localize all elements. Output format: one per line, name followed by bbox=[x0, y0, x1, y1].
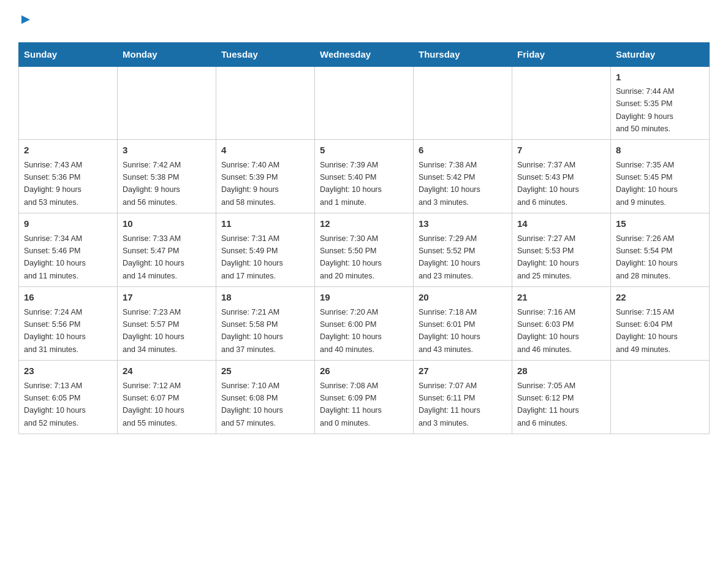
calendar-cell: 28Sunrise: 7:05 AM Sunset: 6:12 PM Dayli… bbox=[512, 361, 611, 434]
calendar-cell: 24Sunrise: 7:12 AM Sunset: 6:07 PM Dayli… bbox=[118, 361, 216, 434]
day-info: Sunrise: 7:23 AM Sunset: 5:57 PM Dayligh… bbox=[123, 308, 184, 354]
calendar-cell: 16Sunrise: 7:24 AM Sunset: 5:56 PM Dayli… bbox=[19, 287, 118, 361]
day-number: 20 bbox=[419, 291, 507, 305]
day-number: 6 bbox=[419, 144, 507, 158]
calendar-cell: 23Sunrise: 7:13 AM Sunset: 6:05 PM Dayli… bbox=[19, 361, 118, 434]
logo-arrow-icon bbox=[20, 11, 31, 29]
calendar-cell: 6Sunrise: 7:38 AM Sunset: 5:42 PM Daylig… bbox=[414, 140, 512, 213]
day-number: 24 bbox=[123, 364, 211, 378]
day-number: 25 bbox=[221, 364, 309, 378]
calendar-cell bbox=[512, 66, 611, 140]
calendar-table: SundayMondayTuesdayWednesdayThursdayFrid… bbox=[18, 42, 710, 435]
day-info: Sunrise: 7:37 AM Sunset: 5:43 PM Dayligh… bbox=[517, 161, 579, 207]
day-number: 28 bbox=[517, 364, 605, 378]
day-number: 12 bbox=[320, 217, 408, 231]
day-number: 4 bbox=[221, 144, 309, 158]
calendar-cell: 20Sunrise: 7:18 AM Sunset: 6:01 PM Dayli… bbox=[414, 287, 512, 361]
calendar-week-row: 1Sunrise: 7:44 AM Sunset: 5:35 PM Daylig… bbox=[19, 66, 710, 140]
calendar-week-row: 2Sunrise: 7:43 AM Sunset: 5:36 PM Daylig… bbox=[19, 140, 710, 213]
column-header-wednesday: Wednesday bbox=[315, 42, 414, 66]
calendar-cell: 13Sunrise: 7:29 AM Sunset: 5:52 PM Dayli… bbox=[414, 213, 512, 287]
calendar-cell: 12Sunrise: 7:30 AM Sunset: 5:50 PM Dayli… bbox=[315, 213, 414, 287]
calendar-cell: 9Sunrise: 7:34 AM Sunset: 5:46 PM Daylig… bbox=[19, 213, 118, 287]
day-info: Sunrise: 7:18 AM Sunset: 6:01 PM Dayligh… bbox=[419, 308, 480, 354]
calendar-cell: 7Sunrise: 7:37 AM Sunset: 5:43 PM Daylig… bbox=[512, 140, 611, 213]
calendar-cell: 2Sunrise: 7:43 AM Sunset: 5:36 PM Daylig… bbox=[19, 140, 118, 213]
day-number: 1 bbox=[616, 71, 704, 85]
day-number: 5 bbox=[320, 144, 408, 158]
calendar-cell bbox=[19, 66, 118, 140]
day-info: Sunrise: 7:24 AM Sunset: 5:56 PM Dayligh… bbox=[24, 308, 86, 354]
day-number: 21 bbox=[517, 291, 605, 305]
day-info: Sunrise: 7:33 AM Sunset: 5:47 PM Dayligh… bbox=[123, 234, 184, 280]
day-info: Sunrise: 7:31 AM Sunset: 5:49 PM Dayligh… bbox=[221, 234, 283, 280]
calendar-cell bbox=[315, 66, 414, 140]
day-number: 23 bbox=[24, 364, 112, 378]
day-info: Sunrise: 7:43 AM Sunset: 5:36 PM Dayligh… bbox=[24, 161, 82, 207]
day-info: Sunrise: 7:21 AM Sunset: 5:58 PM Dayligh… bbox=[221, 308, 283, 354]
day-info: Sunrise: 7:20 AM Sunset: 6:00 PM Dayligh… bbox=[320, 308, 382, 354]
calendar-cell bbox=[118, 66, 216, 140]
day-number: 19 bbox=[320, 291, 408, 305]
column-header-sunday: Sunday bbox=[19, 42, 118, 66]
calendar-cell: 19Sunrise: 7:20 AM Sunset: 6:00 PM Dayli… bbox=[315, 287, 414, 361]
column-header-saturday: Saturday bbox=[611, 42, 710, 66]
calendar-cell: 3Sunrise: 7:42 AM Sunset: 5:38 PM Daylig… bbox=[118, 140, 216, 213]
calendar-week-row: 23Sunrise: 7:13 AM Sunset: 6:05 PM Dayli… bbox=[19, 361, 710, 434]
calendar-week-row: 16Sunrise: 7:24 AM Sunset: 5:56 PM Dayli… bbox=[19, 287, 710, 361]
day-info: Sunrise: 7:42 AM Sunset: 5:38 PM Dayligh… bbox=[123, 161, 181, 207]
day-info: Sunrise: 7:30 AM Sunset: 5:50 PM Dayligh… bbox=[320, 234, 382, 280]
day-number: 14 bbox=[517, 217, 605, 231]
day-info: Sunrise: 7:05 AM Sunset: 6:12 PM Dayligh… bbox=[517, 381, 579, 427]
day-number: 22 bbox=[616, 291, 704, 305]
day-number: 16 bbox=[24, 291, 112, 305]
calendar-cell: 15Sunrise: 7:26 AM Sunset: 5:54 PM Dayli… bbox=[611, 213, 710, 287]
day-info: Sunrise: 7:10 AM Sunset: 6:08 PM Dayligh… bbox=[221, 381, 283, 427]
day-number: 8 bbox=[616, 144, 704, 158]
day-info: Sunrise: 7:16 AM Sunset: 6:03 PM Dayligh… bbox=[517, 308, 579, 354]
day-number: 15 bbox=[616, 217, 704, 231]
day-number: 9 bbox=[24, 217, 112, 231]
logo bbox=[18, 12, 31, 30]
calendar-cell: 8Sunrise: 7:35 AM Sunset: 5:45 PM Daylig… bbox=[611, 140, 710, 213]
calendar-week-row: 9Sunrise: 7:34 AM Sunset: 5:46 PM Daylig… bbox=[19, 213, 710, 287]
day-info: Sunrise: 7:08 AM Sunset: 6:09 PM Dayligh… bbox=[320, 381, 382, 427]
day-number: 26 bbox=[320, 364, 408, 378]
day-number: 13 bbox=[419, 217, 507, 231]
day-info: Sunrise: 7:27 AM Sunset: 5:53 PM Dayligh… bbox=[517, 234, 579, 280]
svg-marker-0 bbox=[21, 15, 30, 24]
calendar-header-row: SundayMondayTuesdayWednesdayThursdayFrid… bbox=[19, 42, 710, 66]
page-header bbox=[18, 12, 710, 30]
day-info: Sunrise: 7:35 AM Sunset: 5:45 PM Dayligh… bbox=[616, 161, 678, 207]
column-header-thursday: Thursday bbox=[414, 42, 512, 66]
calendar-cell bbox=[611, 361, 710, 434]
calendar-cell: 5Sunrise: 7:39 AM Sunset: 5:40 PM Daylig… bbox=[315, 140, 414, 213]
day-number: 2 bbox=[24, 144, 112, 158]
day-info: Sunrise: 7:34 AM Sunset: 5:46 PM Dayligh… bbox=[24, 234, 86, 280]
calendar-cell: 17Sunrise: 7:23 AM Sunset: 5:57 PM Dayli… bbox=[118, 287, 216, 361]
logo-general bbox=[18, 12, 31, 30]
calendar-cell: 10Sunrise: 7:33 AM Sunset: 5:47 PM Dayli… bbox=[118, 213, 216, 287]
day-info: Sunrise: 7:12 AM Sunset: 6:07 PM Dayligh… bbox=[123, 381, 184, 427]
day-number: 3 bbox=[123, 144, 211, 158]
day-info: Sunrise: 7:44 AM Sunset: 5:35 PM Dayligh… bbox=[616, 87, 674, 133]
calendar-cell: 25Sunrise: 7:10 AM Sunset: 6:08 PM Dayli… bbox=[216, 361, 315, 434]
calendar-cell: 26Sunrise: 7:08 AM Sunset: 6:09 PM Dayli… bbox=[315, 361, 414, 434]
column-header-tuesday: Tuesday bbox=[216, 42, 315, 66]
calendar-cell bbox=[216, 66, 315, 140]
day-number: 17 bbox=[123, 291, 211, 305]
calendar-cell: 11Sunrise: 7:31 AM Sunset: 5:49 PM Dayli… bbox=[216, 213, 315, 287]
day-info: Sunrise: 7:29 AM Sunset: 5:52 PM Dayligh… bbox=[419, 234, 480, 280]
day-info: Sunrise: 7:15 AM Sunset: 6:04 PM Dayligh… bbox=[616, 308, 678, 354]
day-info: Sunrise: 7:38 AM Sunset: 5:42 PM Dayligh… bbox=[419, 161, 480, 207]
calendar-cell: 18Sunrise: 7:21 AM Sunset: 5:58 PM Dayli… bbox=[216, 287, 315, 361]
day-number: 11 bbox=[221, 217, 309, 231]
day-number: 7 bbox=[517, 144, 605, 158]
calendar-cell: 27Sunrise: 7:07 AM Sunset: 6:11 PM Dayli… bbox=[414, 361, 512, 434]
day-info: Sunrise: 7:07 AM Sunset: 6:11 PM Dayligh… bbox=[419, 381, 480, 427]
day-info: Sunrise: 7:39 AM Sunset: 5:40 PM Dayligh… bbox=[320, 161, 382, 207]
day-info: Sunrise: 7:13 AM Sunset: 6:05 PM Dayligh… bbox=[24, 381, 86, 427]
day-number: 18 bbox=[221, 291, 309, 305]
calendar-cell: 22Sunrise: 7:15 AM Sunset: 6:04 PM Dayli… bbox=[611, 287, 710, 361]
column-header-monday: Monday bbox=[118, 42, 216, 66]
